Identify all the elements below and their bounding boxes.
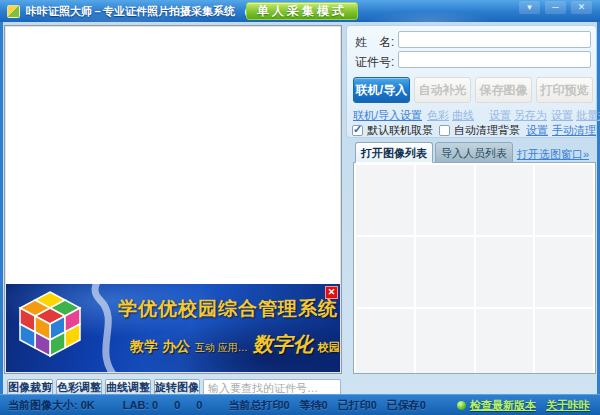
status-lab-b: 0 <box>196 399 202 411</box>
thumbnail-cell <box>535 165 593 235</box>
auto-fill-light-button[interactable]: 自动补光 <box>414 77 471 103</box>
thumbnail-cell <box>416 309 474 374</box>
connect-import-settings-link-text[interactable]: 联机/导入设置 <box>353 109 422 121</box>
open-select-window-wrap: 打开选图窗口» <box>517 147 589 162</box>
window-controls: ▾ ─ ✕ <box>519 1 592 14</box>
ad-title: 学优优校园综合管理系统 <box>118 296 338 322</box>
name-label: 姓 名: <box>355 34 394 51</box>
thumbnail-cell <box>535 309 593 374</box>
print-preview-button[interactable]: 打印预览 <box>536 77 593 103</box>
name-field[interactable] <box>398 31 591 48</box>
connect-import-settings-link: 联机/导入设置 <box>353 108 422 123</box>
update-status-icon <box>457 401 466 410</box>
single-capture-mode-button[interactable]: 单人采集模式 <box>246 2 358 20</box>
status-lab-a: 0 <box>174 399 180 411</box>
thumbnail-cell <box>356 309 414 374</box>
curve-link[interactable]: 曲线 <box>452 109 474 121</box>
auto-clean-bg-checkbox[interactable] <box>439 125 450 136</box>
status-bar: 当前图像大小: 0K LAB: 0 0 0 当前总打印0 等待0 已打印0 已保… <box>0 394 600 415</box>
thumbnail-cell <box>476 165 534 235</box>
print-links: 设置 批量打印 <box>551 108 600 123</box>
id-number-field[interactable] <box>398 51 591 68</box>
status-printed: 已打印0 <box>338 398 377 413</box>
default-capture-label: 默认联机取景 <box>367 123 433 138</box>
minimize-icon[interactable]: ─ <box>545 1 566 14</box>
batch-print-link[interactable]: 批量打印 <box>576 109 600 121</box>
title-bar[interactable]: 咔咔证照大师－专业证件照片拍摄采集系统 （v4.0.0.2） 单人采集模式 ▾ … <box>0 0 600 22</box>
ad-close-icon[interactable]: ✕ <box>325 286 338 299</box>
image-list-panel <box>353 162 596 374</box>
thumbnail-cell <box>356 165 414 235</box>
save-as-link[interactable]: 另存为 <box>514 109 547 121</box>
app-logo-icon <box>7 5 20 18</box>
thumbnail-cell <box>535 237 593 307</box>
auto-clean-settings-link[interactable]: 设置 <box>526 123 548 138</box>
photo-preview-area: 学优优校园综合管理系统 教学 办公 互动 应用… 数字化 校园新革命 ✕ <box>4 25 342 374</box>
color-link[interactable]: 色彩 <box>427 109 449 121</box>
close-icon[interactable]: ✕ <box>571 1 592 14</box>
about-link[interactable]: 关于咔咔 <box>546 398 590 413</box>
ad-subtitle-big: 数字化 <box>253 331 313 358</box>
check-update-link[interactable]: 检查最新版本 <box>470 398 536 413</box>
status-waiting: 等待0 <box>300 398 328 413</box>
status-saved: 已保存0 <box>387 398 426 413</box>
save-links: 设置 另存为 <box>489 108 547 123</box>
manual-clean-link[interactable]: 手动清理 <box>552 123 596 138</box>
color-curve-links: 色彩 曲线 <box>427 108 474 123</box>
print-settings-link[interactable]: 设置 <box>551 109 573 121</box>
save-settings-link[interactable]: 设置 <box>489 109 511 121</box>
status-lab-l: LAB: 0 <box>123 399 158 411</box>
tab-import-person-list[interactable]: 导入人员列表 <box>435 142 513 163</box>
id-number-label: 证件号: <box>355 54 394 71</box>
capture-options-row: 默认联机取景 自动清理背景 设置 手动清理 自动LAB调整 设置 <box>352 123 600 138</box>
menu-dropdown-icon[interactable]: ▾ <box>519 1 540 14</box>
thumbnail-cell <box>416 237 474 307</box>
status-image-size: 当前图像大小: 0K <box>8 398 95 413</box>
ad-subtitle-tail: 校园新革命 <box>318 340 340 355</box>
ad-subtitle: 教学 办公 互动 应用… 数字化 校园新革命 <box>130 331 340 358</box>
thumbnail-grid <box>356 165 593 371</box>
ad-subtitle-strong: 教学 办公 <box>130 338 190 356</box>
thumbnail-cell <box>476 309 534 374</box>
open-select-window-link[interactable]: 打开选图窗口» <box>517 148 589 160</box>
ad-banner[interactable]: 学优优校园综合管理系统 教学 办公 互动 应用… 数字化 校园新革命 ✕ <box>6 284 340 372</box>
tab-open-image-list[interactable]: 打开图像列表 <box>355 142 433 163</box>
auto-clean-bg-label: 自动清理背景 <box>454 123 520 138</box>
thumbnail-cell <box>476 237 534 307</box>
ad-subtitle-small: 互动 应用… <box>195 341 248 355</box>
thumbnail-cell <box>356 237 414 307</box>
thumbnail-cell <box>416 165 474 235</box>
save-image-button[interactable]: 保存图像 <box>475 77 532 103</box>
app-window: 咔咔证照大师－专业证件照片拍摄采集系统 （v4.0.0.2） 单人采集模式 ▾ … <box>0 0 600 415</box>
status-total-print: 当前总打印0 <box>228 398 289 413</box>
default-capture-checkbox[interactable] <box>352 125 363 136</box>
connect-import-button[interactable]: 联机/导入 <box>353 77 410 103</box>
